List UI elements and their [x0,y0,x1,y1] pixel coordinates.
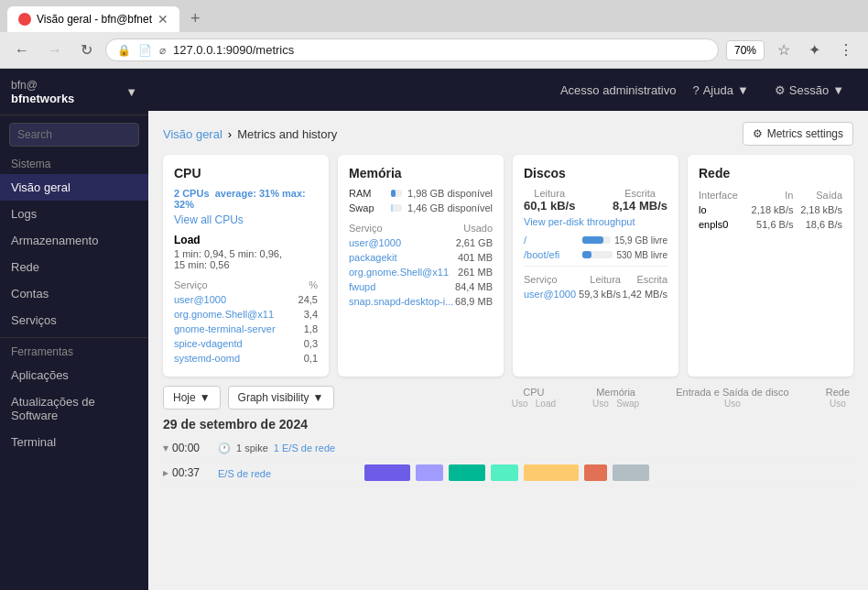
disk-write-col: Escrita 8,14 MB/s [613,188,667,213]
clock-icon: 🕐 [218,442,231,454]
sidebar-item-atualizacoes[interactable]: Atualizações de Software [0,388,148,429]
table-row: org.gnome.Shell@x113,4 [174,307,318,322]
cpu-table-header-percent: % [295,278,318,292]
content-area: Visão geral › Metrics and history ⚙ Metr… [148,111,868,590]
net-table-header-interface: Interface [699,188,744,202]
search-input[interactable] [9,123,139,147]
sidebar-item-servicos[interactable]: Serviços [0,307,148,333]
cpu-count: 2 CPUs average: 31% max: 32% [174,188,306,210]
cpu-load-section: Load 1 min: 0,94, 5 min: 0,96,15 min: 0,… [174,234,318,270]
disk-root-bar [582,236,603,244]
timeline-expand-icon-0[interactable] [163,442,168,454]
url-display: 127.0.0.1:9090/metrics [173,43,707,57]
disk-table-header-write: Escrita [621,272,667,287]
sidebar-divider [0,337,148,338]
disk-root-value: 15,9 GB livre [614,235,667,246]
disk-root-label[interactable]: / [524,235,579,246]
extensions-button[interactable]: ✦ [803,38,826,62]
help-icon: ? [692,83,699,97]
session-button[interactable]: ⚙ Sessão ▼ [765,78,853,103]
ram-bar-container [391,190,402,197]
mem-table-header-used: Usado [455,221,493,235]
topbar: Acesso administrativo ? Ajuda ▼ ⚙ Sessão… [148,69,868,111]
disk-boot-bar-container [582,251,613,258]
favicon-icon [18,13,31,26]
sidebar-item-terminal[interactable]: Terminal [0,429,148,455]
net-table-header-out: Saída [793,188,842,202]
timeline-expand-icon-1[interactable] [163,466,168,479]
disk-throughput-link[interactable]: View per-disk throughput [524,216,667,227]
sidebar-item-contas[interactable]: Contas [0,280,148,307]
table-row: user@100059,3 kB/s1,42 MB/s [524,287,667,301]
sidebar-search-container [0,115,148,154]
active-tab[interactable]: Visão geral - bfn@bfnet ✕ [7,6,179,32]
sidebar-item-ferramentas: Ferramentas [0,342,148,362]
timeline-time-1: 00:37 [172,466,218,479]
disk-write-value: 8,14 MB/s [613,199,667,213]
disks-card: Discos Leitura 60,1 kB/s Escrita 8,14 MB… [513,155,678,377]
disk-boot-value: 530 MB livre [616,250,667,260]
graph-header-disk-sub: Uso [724,399,741,409]
disk-read-label: Leitura [524,188,575,199]
timeline-spacer-1: E/S de rede [218,466,364,480]
table-row: gnome-terminal-server1,8 [174,322,318,336]
network-table: Interface In Saída lo2,18 kB/s2,18 kB/se… [699,188,842,232]
browser-menu-button[interactable]: ⋮ [833,38,859,62]
graph-visibility-button[interactable]: Graph visibility ▼ [228,386,334,410]
table-row: spice-vdagentd0,3 [174,336,318,351]
timeline-row-1: 00:37 E/S de rede [163,460,853,486]
breadcrumb-home-link[interactable]: Visão geral [163,127,222,141]
memory-services-table: Serviço Usado user@10002,61 GBpackagekit… [349,221,493,309]
graph-header-mem-sub: Uso Swap [592,399,639,409]
tab-title: Visão geral - bfn@bfnet [37,13,152,26]
reload-button[interactable]: ↻ [75,38,98,62]
disk-services-table: Serviço Leitura Escrita user@100059,3 kB… [524,272,667,301]
disk-read-col: Leitura 60,1 kB/s [524,188,575,213]
disk-separator [524,266,667,267]
timeline-date: 29 de setembro de 2024 [163,417,853,432]
timeline-bar-segment [524,464,579,481]
breadcrumb-separator: › [228,127,232,141]
graph-header-mem-label: Memória [596,387,635,398]
sidebar-item-sistema: Sistema [0,154,148,174]
sidebar-item-aplicacoes[interactable]: Aplicações [0,362,148,388]
disk-rw-section: Leitura 60,1 kB/s Escrita 8,14 MB/s [524,188,667,213]
graph-header-disk-label: Entrada e Saída de disco [676,387,789,398]
cpu-table-header-service: Serviço [174,278,295,292]
sidebar-chevron-icon: ▼ [125,85,137,99]
back-button[interactable]: ← [9,38,35,62]
timeline-network-link-1[interactable]: E/S de rede [218,468,271,479]
metrics-cards: CPU 2 CPUs average: 31% max: 32% View al… [163,155,853,377]
cpu-card-title: CPU [174,166,318,180]
timeline-bar-segment [613,464,649,481]
sidebar-item-armazenamento[interactable]: Armazenamento [0,227,148,254]
ram-bar [391,190,396,197]
help-button[interactable]: ? Ajuda ▼ [683,78,757,103]
table-row: org.gnome.Shell@x11261 MB [349,265,493,279]
bookmark-button[interactable]: ☆ [772,38,796,62]
disk-boot-label[interactable]: /boot/efi [524,249,579,260]
period-select-button[interactable]: Hoje ▼ [163,386,221,410]
sidebar-item-visao-geral[interactable]: Visão geral [0,174,148,201]
timeline-bar-segment [584,464,607,481]
forward-button[interactable]: → [42,38,68,62]
graph-column-headers: CPU Uso Load Memória Uso Swap Entrada e … [342,387,854,409]
table-row: enpls051,6 B/s18,6 B/s [699,217,842,232]
new-tab-button[interactable]: + [183,5,208,32]
disk-table-header-read: Leitura [578,272,621,287]
sidebar-item-logs[interactable]: Logs [0,201,148,227]
tab-close-button[interactable]: ✕ [157,12,168,27]
mem-table-header-service: Serviço [349,221,455,235]
view-all-cpus-link[interactable]: View all CPUs [174,213,318,226]
security-icon: 🔒 [117,44,131,57]
metrics-settings-button[interactable]: ⚙ Metrics settings [743,122,853,146]
memory-card: Memória RAM 1,98 GB disponível Swap 1 [338,155,504,377]
timeline-network-link-0[interactable]: 1 E/S de rede [274,442,335,453]
sidebar-item-rede[interactable]: Rede [0,254,148,280]
graph-header-cpu-sub: Uso Load [512,399,556,409]
gear-icon: ⚙ [775,83,786,97]
address-bar[interactable]: 🔒 📄 ⌀ 127.0.0.1:9090/metrics [105,38,719,61]
zoom-button[interactable]: 70% [726,40,765,60]
history-controls: Hoje ▼ Graph visibility ▼ CPU Uso Load M… [163,386,853,410]
timeline-bars-1 [364,464,853,481]
